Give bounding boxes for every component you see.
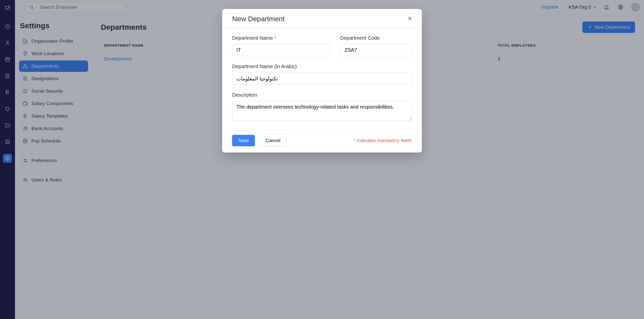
modal-header: New Department	[222, 9, 422, 28]
modal-title: New Department	[232, 15, 284, 23]
field-department-name-arabic: Department Name (in Arabic)	[232, 64, 412, 84]
save-button[interactable]: Save	[232, 135, 255, 146]
close-icon	[407, 16, 413, 22]
label-description: Description	[232, 92, 412, 98]
label-department-name-arabic: Department Name (in Arabic)	[232, 64, 412, 70]
field-department-code: Department Code	[340, 35, 412, 56]
modal-close-button[interactable]	[407, 16, 413, 22]
input-department-name[interactable]	[232, 44, 330, 56]
modal-overlay[interactable]: New Department Department Name * Departm…	[0, 0, 644, 319]
mandatory-note: * indicates mandatory fields	[354, 138, 412, 143]
input-department-code[interactable]	[340, 44, 412, 56]
modal-body: Department Name * Department Code Depart…	[222, 28, 422, 130]
input-description[interactable]	[232, 101, 412, 121]
cancel-button[interactable]: Cancel	[259, 134, 286, 146]
field-department-name: Department Name *	[232, 35, 330, 56]
modal-footer: Save Cancel * indicates mandatory fields	[222, 130, 422, 152]
label-department-name: Department Name *	[232, 35, 330, 41]
input-department-name-arabic[interactable]	[232, 72, 412, 84]
field-description: Description	[232, 92, 412, 121]
new-department-modal: New Department Department Name * Departm…	[222, 9, 422, 152]
label-department-code: Department Code	[340, 35, 412, 41]
